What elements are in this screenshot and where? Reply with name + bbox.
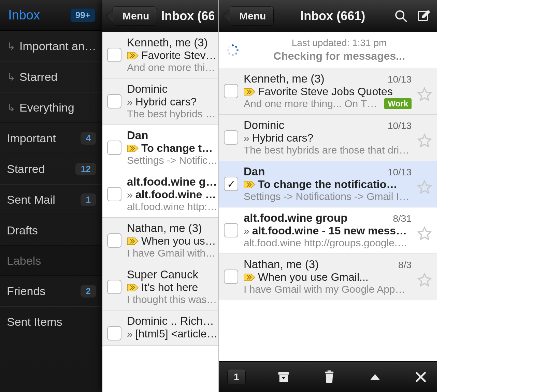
svg-rect-12 (325, 372, 334, 373)
sidebar-labels-header: Labels (0, 246, 102, 276)
message-date: 8/3 (398, 260, 412, 271)
message-label-tag: Work (384, 98, 412, 109)
sidebar-label-sent-items[interactable]: Sent Items (0, 306, 102, 337)
sidebar-inbox-title: Inbox (8, 8, 40, 23)
message-subject: Favorite Steve Jobs Quotes (258, 85, 393, 98)
message-sender: Dan (244, 165, 265, 178)
topbar: Menu Inbox (661) (102, 0, 218, 32)
inbox-count-badge: 99+ (70, 8, 96, 22)
message-checkbox[interactable] (107, 326, 121, 340)
message-checkbox[interactable] (107, 94, 121, 108)
star-icon[interactable] (417, 226, 432, 241)
thread-caret-icon: » (127, 96, 133, 108)
message-row[interactable]: alt.food.wine group»alt.food.wine - 15 n… (102, 171, 218, 218)
trash-icon[interactable] (321, 369, 337, 385)
search-icon[interactable] (392, 7, 410, 25)
message-row[interactable]: Nathan, me (3)When you use Gmail...I hav… (102, 218, 218, 264)
message-subject: To change the notificatio… (258, 178, 397, 191)
message-snippet: I have Gmail with my (127, 247, 218, 259)
message-checkbox[interactable] (107, 141, 121, 155)
message-checkbox[interactable] (224, 84, 238, 98)
svg-rect-11 (278, 372, 289, 375)
svg-rect-13 (328, 370, 331, 372)
loading-spinner-icon (226, 43, 240, 57)
message-row[interactable]: Kenneth, me (3)10/13Favorite Steve Jobs … (219, 68, 437, 115)
menu-button[interactable]: Menu (112, 6, 157, 26)
star-icon[interactable] (417, 133, 432, 148)
message-sender: Kenneth, me (3) (127, 36, 208, 49)
svg-point-3 (232, 44, 234, 46)
message-row[interactable]: alt.food.wine group8/31»alt.food.wine - … (219, 207, 437, 254)
message-sender: Dan (127, 129, 148, 142)
message-list-panel-partial: Menu Inbox (661) Kenneth, me (3)Favorite… (102, 0, 218, 392)
star-icon[interactable] (417, 180, 432, 195)
message-row[interactable]: ✓Dan10/13To change the notificatio…Setti… (219, 161, 437, 207)
sidebar-sub-everything[interactable]: ↳ Everything (0, 92, 102, 123)
action-bottombar: 1 (219, 361, 437, 392)
message-row[interactable]: Kenneth, me (3)Favorite Steve Jobs Quote… (102, 32, 218, 78)
svg-point-5 (236, 49, 239, 51)
message-checkbox[interactable] (224, 130, 238, 145)
important-marker-icon (127, 284, 139, 291)
message-checkbox[interactable] (107, 48, 121, 62)
important-marker-icon (127, 145, 139, 152)
message-snippet: Settings -> Notifications (127, 155, 218, 166)
selected-count-badge: 1 (227, 369, 246, 385)
important-marker-icon (127, 52, 139, 59)
message-subject: Hybrid cars? (252, 132, 314, 144)
message-checkbox[interactable] (107, 187, 121, 201)
tree-arrow-icon: ↳ (7, 102, 15, 114)
svg-line-1 (403, 18, 407, 21)
message-sender: alt.food.wine group (127, 175, 218, 188)
message-sender: alt.food.wine group (244, 212, 347, 224)
message-checkbox[interactable] (107, 280, 121, 294)
tree-arrow-icon: ↳ (7, 71, 15, 83)
message-checkbox[interactable] (224, 223, 238, 237)
important-marker-icon (244, 181, 255, 188)
star-icon[interactable] (417, 87, 432, 102)
message-checkbox[interactable] (224, 270, 238, 284)
message-sender: Dominic (244, 119, 284, 132)
message-row[interactable]: DanTo change the notificatio…Settings ->… (102, 125, 218, 171)
more-up-icon[interactable] (367, 369, 383, 385)
message-subject: When you use Gmail... (141, 235, 218, 247)
message-row[interactable]: Dominic»Hybrid cars?The best hybrids are (102, 78, 218, 125)
svg-point-0 (396, 11, 404, 19)
message-row[interactable]: Dominic .. Richard»[html5] <article> for (102, 310, 218, 346)
sidebar-item-sent-mail[interactable]: Sent Mail 1 (0, 184, 102, 215)
close-icon[interactable] (413, 369, 429, 385)
compose-icon[interactable] (414, 7, 433, 25)
message-row[interactable]: Nathan, me (3)8/3When you use Gmail...I … (219, 254, 437, 300)
menu-button[interactable]: Menu (229, 6, 274, 26)
sidebar-item-drafts[interactable]: Drafts (0, 215, 102, 246)
message-row[interactable]: Super CanuckIt's hot hereI thought this … (102, 264, 218, 310)
message-checkbox[interactable] (107, 233, 121, 248)
thread-caret-icon: » (127, 189, 133, 201)
sidebar-inbox-header[interactable]: Inbox 99+ (0, 0, 102, 31)
sidebar-item-starred[interactable]: Starred 12 (0, 154, 102, 184)
sidebar-sub-starred[interactable]: ↳ Starred (0, 61, 102, 92)
sidebar-label-friends[interactable]: Friends 2 (0, 276, 102, 306)
sidebar-sub-important-unread[interactable]: ↳ Important and unread (0, 31, 102, 61)
message-subject: When you use Gmail... (258, 271, 369, 284)
message-snippet: And one more thing... (127, 62, 218, 73)
message-subject: It's hot here (141, 281, 198, 294)
message-sender: Dominic (127, 83, 168, 96)
message-row[interactable]: Dominic10/13»Hybrid cars?The best hybrid… (219, 115, 437, 161)
message-date: 10/13 (388, 74, 412, 85)
message-sender: Nathan, me (3) (127, 222, 202, 235)
svg-point-7 (232, 54, 234, 56)
important-marker-icon (127, 237, 139, 245)
message-sender: Nathan, me (3) (244, 258, 319, 271)
message-snippet: alt.food.wine http://groups (127, 201, 218, 213)
message-snippet: The best hybrids are (127, 108, 218, 120)
star-icon[interactable] (417, 273, 432, 288)
message-sender: Kenneth, me (3) (244, 72, 325, 85)
message-checkbox[interactable]: ✓ (224, 177, 238, 191)
archive-icon[interactable] (276, 369, 291, 385)
inbox-full-view: Menu Inbox (661) (218, 0, 437, 392)
message-snippet: I thought this was the (127, 294, 218, 305)
important-marker-icon (244, 274, 255, 281)
sidebar-item-important[interactable]: Important 4 (0, 123, 102, 154)
count-badge: 12 (75, 163, 96, 175)
